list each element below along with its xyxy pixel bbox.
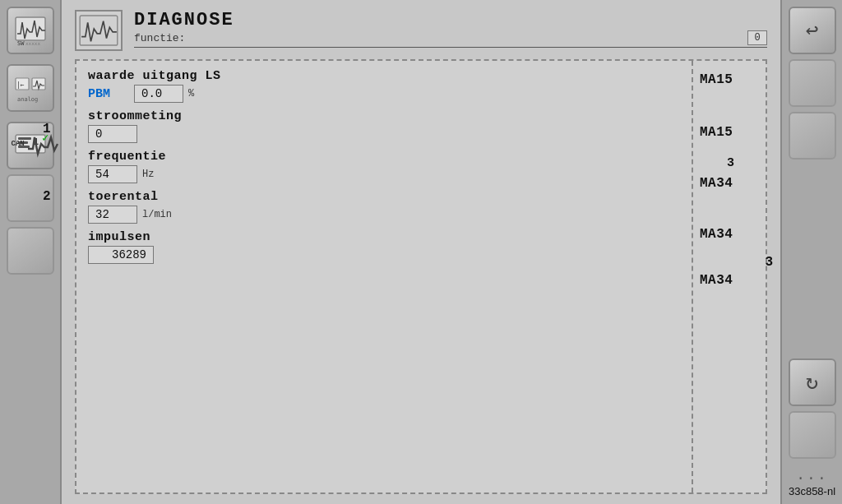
data-panel: waarde uitgang LS PBM 0.0 % stroommeting xyxy=(75,59,767,494)
refresh-icon: ↻ xyxy=(806,369,819,395)
section4-label: toerental xyxy=(88,190,680,204)
section3-label: frequentie xyxy=(88,150,680,164)
data-section-1: waarde uitgang LS PBM 0.0 % xyxy=(88,69,680,103)
data-section-3: frequentie 54 Hz xyxy=(88,150,680,183)
right-btn-empty-1[interactable] xyxy=(789,59,836,107)
sidebar-btn-empty-1[interactable] xyxy=(7,174,54,222)
svg-text:SW: SW xyxy=(17,40,25,47)
can-wave-icon xyxy=(26,127,59,160)
can-icon-area: 1 ✓ CAN xyxy=(8,129,53,162)
ma-label-2: MA15 xyxy=(700,122,759,143)
sidebar-btn-empty-2[interactable] xyxy=(7,227,54,275)
right-footer: ... 33c858-nl xyxy=(787,467,837,497)
ma-label-4: MA34 xyxy=(700,224,759,245)
back-button[interactable]: ↩ xyxy=(789,7,836,54)
right-sidebar: ↩ 3 ↻ ... 33c858-nl xyxy=(780,0,842,504)
back-icon: ↩ xyxy=(806,17,819,44)
sidebar-btn-analog[interactable]: |← analog xyxy=(7,64,54,112)
left-sidebar: SW xxxxx 1 |← analog 2 xyxy=(0,0,62,504)
section1-unit: % xyxy=(188,88,194,99)
diagnose-title: DIAGNOSE xyxy=(134,10,767,30)
ma-label-5: MA34 xyxy=(700,270,759,291)
section5-value: 36289 xyxy=(112,248,146,261)
can-text-label: CAN xyxy=(12,140,25,148)
functie-value-box: 0 xyxy=(747,30,767,45)
header-icon-box xyxy=(75,10,123,51)
data-section-4: toerental 32 l/min xyxy=(88,190,680,224)
section3-value-row: 54 Hz xyxy=(88,165,680,183)
diagnose-functie-row: functie: 0 xyxy=(134,30,767,48)
section3-value-box: 54 xyxy=(88,165,137,183)
analog-icon: |← analog xyxy=(14,72,47,104)
right-btn-empty-2[interactable] xyxy=(789,112,836,160)
sidebar-btn-can[interactable]: 1 ✓ CAN xyxy=(7,122,54,169)
sidebar-btn-sw[interactable]: SW xxxxx xyxy=(7,7,54,54)
model-label: 33c858-nl xyxy=(789,485,835,497)
section4-unit: l/min xyxy=(142,209,172,220)
data-right: MA15 MA15 MA34 MA34 MA34 xyxy=(692,61,766,492)
section1-value-box: 0.0 xyxy=(134,85,183,103)
section1-value-name: PBM xyxy=(88,87,129,101)
svg-text:xxxxx: xxxxx xyxy=(25,40,40,46)
data-section-2: stroommeting 0 xyxy=(88,109,680,143)
section4-value-row: 32 l/min xyxy=(88,206,680,224)
num-label-3: 3 xyxy=(727,156,734,170)
right-btn-empty-3[interactable] xyxy=(789,411,836,459)
sw-icon: SW xxxxx xyxy=(14,14,47,47)
refresh-button[interactable]: ↻ xyxy=(789,358,836,406)
section1-value: 0.0 xyxy=(141,87,162,100)
data-section-5: impulsen 36289 xyxy=(88,230,680,264)
section2-label: stroommeting xyxy=(88,109,680,123)
center-content: DIAGNOSE functie: 0 waarde uitgang LS PB… xyxy=(62,0,780,504)
dots-label[interactable]: ... xyxy=(796,467,827,483)
functie-value: 0 xyxy=(754,32,760,44)
section1-value-row: PBM 0.0 % xyxy=(88,85,680,103)
section2-value: 0 xyxy=(95,127,102,141)
functie-label: functie: xyxy=(134,32,747,44)
section4-value: 32 xyxy=(95,208,109,221)
section2-value-box: 0 xyxy=(88,125,137,143)
header-area: DIAGNOSE functie: 0 xyxy=(75,10,767,51)
main-container: SW xxxxx 1 |← analog 2 xyxy=(0,0,842,504)
ma-label-1: MA15 xyxy=(700,69,759,90)
section2-value-row: 0 xyxy=(88,125,680,143)
ma-label-3: MA34 xyxy=(700,173,759,194)
section1-label: waarde uitgang LS xyxy=(88,69,680,83)
section5-label: impulsen xyxy=(88,230,680,244)
section5-value-box: 36289 xyxy=(88,246,154,264)
section3-unit: Hz xyxy=(142,169,154,180)
svg-text:|←: |← xyxy=(16,81,25,89)
svg-text:analog: analog xyxy=(17,96,38,103)
header-text: DIAGNOSE functie: 0 xyxy=(134,10,767,48)
section5-value-row: 36289 xyxy=(88,246,680,264)
header-waveform-icon xyxy=(79,15,118,46)
section3-value: 54 xyxy=(95,168,109,181)
section4-value-box: 32 xyxy=(88,206,137,224)
data-left: waarde uitgang LS PBM 0.0 % stroommeting xyxy=(76,61,692,492)
